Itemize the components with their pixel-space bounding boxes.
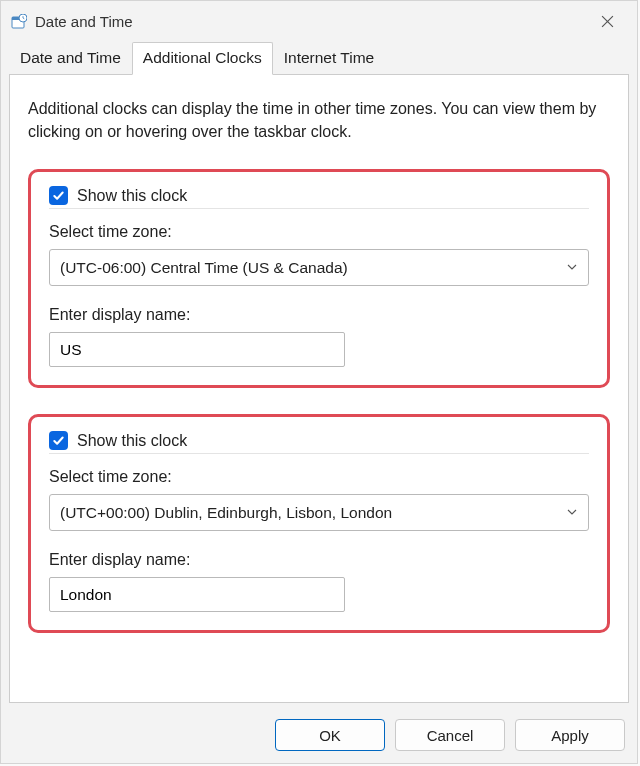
clock-2-name-input[interactable] xyxy=(49,577,345,612)
clock-2-group: Show this clock Select time zone: (UTC+0… xyxy=(28,414,610,633)
intro-text: Additional clocks can display the time i… xyxy=(28,97,610,143)
apply-button[interactable]: Apply xyxy=(515,719,625,751)
clock-1-name-input[interactable] xyxy=(49,332,345,367)
check-icon xyxy=(52,189,65,202)
clock-2-show-checkbox[interactable] xyxy=(49,431,68,450)
ok-button[interactable]: OK xyxy=(275,719,385,751)
close-button[interactable] xyxy=(585,7,629,37)
clock-2-show-label[interactable]: Show this clock xyxy=(77,432,187,450)
clock-2-tz-select[interactable]: (UTC+00:00) Dublin, Edinburgh, Lisbon, L… xyxy=(49,494,589,531)
clock-1-tz-select[interactable]: (UTC-06:00) Central Time (US & Canada) xyxy=(49,249,589,286)
clock-1-group: Show this clock Select time zone: (UTC-0… xyxy=(28,169,610,388)
tab-date-and-time[interactable]: Date and Time xyxy=(9,42,132,75)
close-icon xyxy=(601,15,614,28)
chevron-down-icon xyxy=(566,259,578,277)
cancel-button[interactable]: Cancel xyxy=(395,719,505,751)
clock-1-tz-label: Select time zone: xyxy=(49,223,589,241)
clock-1-name-label: Enter display name: xyxy=(49,306,589,324)
clock-2-tz-label: Select time zone: xyxy=(49,468,589,486)
tab-strip: Date and Time Additional Clocks Internet… xyxy=(9,42,629,75)
clock-1-tz-value: (UTC-06:00) Central Time (US & Canada) xyxy=(60,259,348,277)
clock-2-name-label: Enter display name: xyxy=(49,551,589,569)
date-time-icon xyxy=(11,14,27,30)
clock-2-show-row: Show this clock xyxy=(49,431,589,454)
clock-1-show-row: Show this clock xyxy=(49,186,589,209)
check-icon xyxy=(52,434,65,447)
dialog-buttons: OK Cancel Apply xyxy=(275,719,625,751)
clock-2-tz-value: (UTC+00:00) Dublin, Edinburgh, Lisbon, L… xyxy=(60,504,392,522)
dialog-window: Date and Time Date and Time Additional C… xyxy=(0,0,638,764)
client-area: Date and Time Additional Clocks Internet… xyxy=(1,42,637,713)
window-title: Date and Time xyxy=(35,13,585,30)
tab-additional-clocks[interactable]: Additional Clocks xyxy=(132,42,273,75)
tab-internet-time[interactable]: Internet Time xyxy=(273,42,385,75)
titlebar: Date and Time xyxy=(1,1,637,42)
clock-1-show-label[interactable]: Show this clock xyxy=(77,187,187,205)
chevron-down-icon xyxy=(566,504,578,522)
tab-panel-additional-clocks: Additional clocks can display the time i… xyxy=(9,74,629,703)
clock-1-show-checkbox[interactable] xyxy=(49,186,68,205)
